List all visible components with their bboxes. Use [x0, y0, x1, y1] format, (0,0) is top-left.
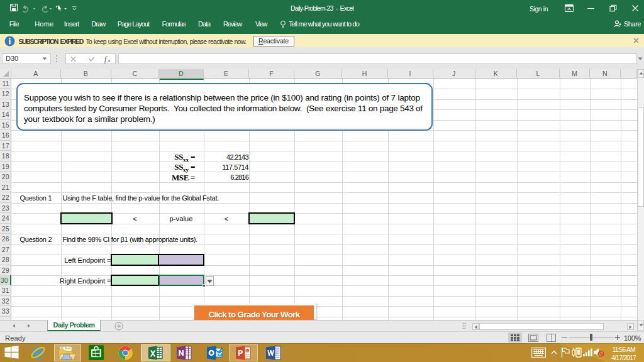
svg-text:f: f [104, 55, 108, 63]
svg-text:x: x [108, 57, 111, 63]
